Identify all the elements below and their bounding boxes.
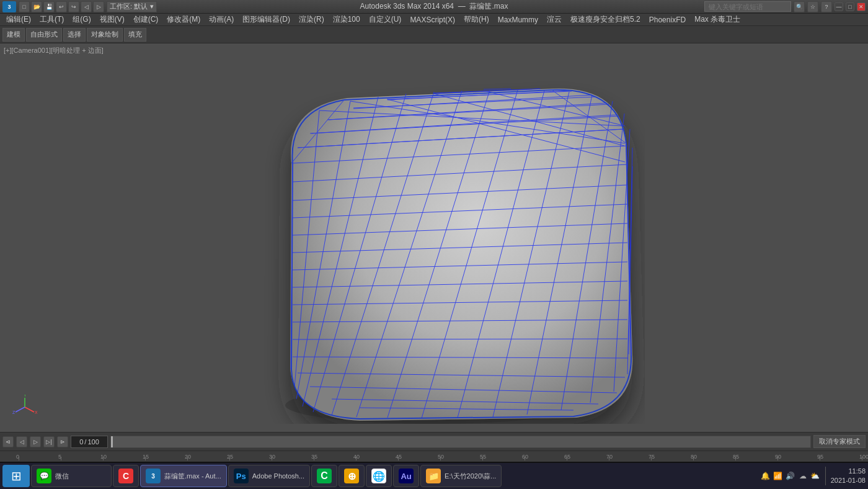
3dsmax-label: 蒜编筐.max - Aut...: [164, 472, 221, 481]
menu-item-t[interactable]: 工具(T): [36, 14, 68, 25]
tray-sound[interactable]: 🔊: [786, 471, 795, 481]
ruler-mark-65: 65: [564, 454, 570, 460]
3d-canvas[interactable]: [0, 43, 868, 432]
menu-item-max[interactable]: Max 杀毒卫士: [691, 14, 744, 25]
viewport-label: [+][Camera001][明暗处理 + 边面]: [4, 46, 104, 55]
menu-item-m[interactable]: 修改器(M): [163, 14, 204, 25]
ruler-mark-80: 80: [691, 454, 697, 460]
viewport-area[interactable]: [+][Camera001][明暗处理 + 边面]: [0, 43, 868, 432]
taskbar-photoshop[interactable]: Ps Adobe Photosh...: [228, 465, 310, 487]
workspace-label: 工作区: 默认: [110, 2, 148, 11]
timeline-slider[interactable]: [111, 436, 113, 447]
chrome-icon: 🌐: [371, 469, 386, 483]
menu-item-maxmummy[interactable]: MaxMummy: [494, 15, 542, 25]
svg-text:Y: Y: [24, 395, 27, 397]
ruler-mark-15: 15: [143, 454, 149, 460]
star-icon[interactable]: ☆: [807, 1, 818, 12]
svg-line-57: [16, 407, 25, 412]
toolbar-btn-选择[interactable]: 选择: [63, 28, 86, 42]
close-button[interactable]: ✕: [857, 2, 866, 11]
menu-item-[interactable]: 渲染100: [329, 14, 364, 25]
timeline-next-icon[interactable]: ▷|: [43, 436, 55, 447]
ruler-mark-5: 5: [58, 454, 61, 460]
wechat-label: 微信: [55, 472, 69, 481]
ruler-mark-75: 75: [649, 454, 655, 460]
ruler-mark-100: 100: [859, 454, 868, 460]
menu-item-h[interactable]: 帮助(H): [460, 14, 493, 25]
dropdown-arrow-icon: ▾: [150, 2, 154, 11]
menu-item-u[interactable]: 自定义(U): [365, 14, 405, 25]
search-icon[interactable]: 🔍: [794, 1, 805, 12]
search-input[interactable]: [704, 1, 791, 12]
open-icon[interactable]: 📂: [31, 1, 42, 12]
timeline-end-icon[interactable]: ⊳: [57, 436, 68, 447]
menu-item-maxscriptx[interactable]: MAXScript(X): [406, 15, 459, 25]
svg-text:X: X: [35, 410, 37, 415]
menu-item-c[interactable]: 创建(C): [130, 14, 162, 25]
menu-item-r[interactable]: 渲染(R): [295, 14, 328, 25]
ruler-mark-35: 35: [311, 454, 317, 460]
start-button[interactable]: ⊞: [2, 465, 30, 487]
tray-notification[interactable]: 🔔: [761, 471, 771, 481]
ruler-mark-85: 85: [733, 454, 739, 460]
menu-item-d[interactable]: 图形编辑器(D): [239, 14, 294, 25]
taskbar-audition[interactable]: Au: [393, 465, 419, 487]
redo-icon[interactable]: ↪: [68, 1, 79, 12]
green-app-icon: C: [317, 469, 332, 483]
menu-item-[interactable]: 极速瘦身安全归档5.2: [567, 14, 644, 25]
tray-cloud[interactable]: ☁: [798, 471, 808, 481]
ruler-mark-55: 55: [480, 454, 486, 460]
timeline-prev-icon[interactable]: ◁: [16, 436, 27, 447]
cancel-expert-mode-button[interactable]: 取消专家模式: [813, 435, 866, 448]
undo-icon[interactable]: ↩: [56, 1, 67, 12]
menu-item-v[interactable]: 视图(V): [96, 14, 128, 25]
timeline-track[interactable]: [110, 436, 811, 448]
menu-item-[interactable]: 渲云: [543, 14, 565, 25]
ruler-mark-20: 20: [185, 454, 191, 460]
ruler-mark-10: 10: [100, 454, 107, 460]
toolbar-row: 建模自由形式选择对象绘制填充: [0, 26, 868, 43]
taskbar-folder[interactable]: 📁 E:\天竹2020\蒜...: [420, 465, 502, 487]
3dsmax-icon: 3: [146, 469, 161, 483]
minimize-button[interactable]: —: [835, 2, 843, 11]
taskbar-3dsmax[interactable]: 3 蒜编筐.max - Aut...: [140, 465, 227, 487]
forward-icon[interactable]: ▷: [93, 1, 104, 12]
menu-bar: 编辑(E)工具(T)组(G)视图(V)创建(C)修改器(M)动画(A)图形编辑器…: [0, 14, 868, 26]
toolbar-btn-自由形式[interactable]: 自由形式: [26, 28, 62, 42]
app-logo[interactable]: 3: [2, 1, 16, 12]
clock-date: 2021-01-08: [831, 476, 866, 485]
menu-item-e[interactable]: 编辑(E): [2, 14, 35, 25]
toolbar-btn-对象绘制[interactable]: 对象绘制: [87, 28, 123, 42]
menu-item-a[interactable]: 动画(A): [205, 14, 237, 25]
browser2-icon: ⊕: [344, 469, 359, 483]
wechat-icon: 💬: [37, 469, 51, 483]
svg-line-55: [25, 407, 34, 412]
workspace-dropdown[interactable]: 工作区: 默认 ▾: [107, 1, 157, 12]
title-left: 3 □ 📂 💾 ↩ ↪ ◁ ▷ 工作区: 默认 ▾: [2, 1, 157, 12]
menu-item-g[interactable]: 组(G): [69, 14, 94, 25]
timeline-start-icon[interactable]: ⊲: [2, 436, 14, 447]
maximize-button[interactable]: □: [846, 2, 854, 11]
tray-network[interactable]: 📶: [773, 471, 783, 481]
taskbar-wechat[interactable]: 💬 微信: [31, 465, 112, 487]
taskbar-browser2[interactable]: ⊕: [339, 465, 365, 487]
taskbar-green-app[interactable]: C: [311, 465, 337, 487]
menu-item-phoenixfd[interactable]: PhoenixFD: [645, 15, 689, 25]
tray-weather[interactable]: ⛅: [810, 471, 820, 481]
save-icon[interactable]: 💾: [43, 1, 55, 12]
back-icon[interactable]: ◁: [81, 1, 92, 12]
new-icon[interactable]: □: [19, 1, 30, 12]
ruler-mark-25: 25: [227, 454, 233, 460]
toolbar-btn-建模[interactable]: 建模: [2, 28, 25, 42]
toolbar-btn-填充[interactable]: 填充: [124, 28, 146, 42]
ps-label: Adobe Photosh...: [252, 472, 304, 480]
help-icon[interactable]: ?: [821, 1, 832, 12]
taskbar-red-app[interactable]: C: [113, 465, 139, 487]
ruler-mark-50: 50: [438, 454, 444, 460]
clock-display[interactable]: 11:58 2021-01-08: [831, 467, 866, 486]
taskbar: ⊞ 💬 微信 C 3 蒜编筐.max - Aut... Ps Adobe Pho…: [0, 462, 868, 489]
taskbar-chrome[interactable]: 🌐: [366, 465, 392, 487]
timeline-play-icon[interactable]: ▷: [30, 436, 41, 447]
system-tray: 🔔 📶 🔊 ☁ ⛅ 11:58 2021-01-08: [761, 467, 866, 486]
axis-indicator: X Y Z: [12, 395, 37, 419]
